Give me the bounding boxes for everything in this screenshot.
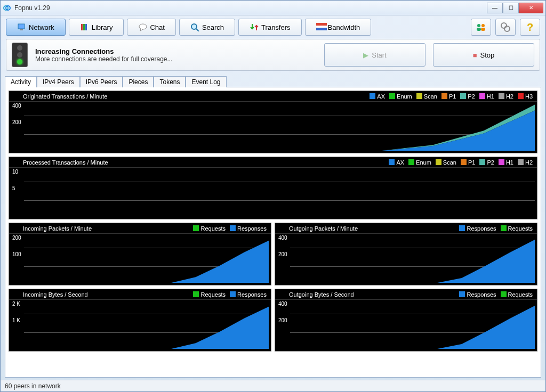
legend-swatch — [389, 93, 395, 99]
legend-swatch — [518, 159, 524, 165]
window-title: Fopnu v1.29 — [14, 4, 487, 12]
legend-item: AX — [389, 159, 404, 166]
tab-search[interactable]: Search — [179, 19, 235, 36]
svg-rect-16 — [481, 28, 485, 31]
legend-swatch — [460, 93, 466, 99]
status-text: Increasing Connections More connections … — [35, 47, 317, 63]
legend-label: Enum — [416, 159, 431, 166]
tab-chat[interactable]: Chat — [127, 19, 175, 36]
legend-swatch — [230, 225, 236, 231]
tab-label: Network — [29, 23, 54, 31]
legend-swatch — [408, 159, 414, 165]
titlebar: Fopnu v1.29 — ☐ ✕ — [1, 1, 545, 15]
legend-item: Enum — [389, 93, 412, 100]
chart-proc: Processed Transactions / MinuteAXEnumSca… — [9, 157, 537, 219]
svg-point-13 — [477, 24, 480, 27]
settings-button[interactable] — [495, 19, 516, 36]
svg-rect-4 — [81, 24, 83, 30]
users-button[interactable] — [471, 19, 491, 36]
tab-network[interactable]: Network — [6, 19, 66, 36]
chart-header: Originated Transactions / MinuteAXEnumSc… — [9, 91, 537, 102]
legend-swatch — [499, 93, 504, 99]
help-button[interactable]: ? — [520, 19, 540, 36]
tab-transfers[interactable]: Transfers — [238, 19, 301, 36]
ytick-label: 5 — [12, 185, 18, 191]
chart-title: Outgoing Bytes / Second — [279, 291, 459, 298]
legend-item: Scan — [416, 93, 437, 100]
chart-opk: Outgoing Packets / MinuteResponsesReques… — [275, 223, 537, 285]
window-controls: — ☐ ✕ — [487, 3, 543, 13]
legend-item: Requests — [501, 291, 533, 298]
subtab-activity[interactable]: Activity — [5, 76, 37, 87]
subtab-ipv4-peers[interactable]: IPv4 Peers — [37, 76, 80, 87]
statusbar-text: 60 peers in network — [5, 382, 61, 390]
legend-label: Requests — [508, 291, 533, 298]
tab-bandwidth[interactable]: Bandwidth — [305, 19, 372, 36]
legend-item: Responses — [459, 225, 496, 232]
legend-item: P1 — [441, 93, 456, 100]
subtab-event-log[interactable]: Event Log — [186, 76, 226, 87]
svg-rect-15 — [477, 28, 481, 31]
chart-title: Incoming Packets / Minute — [13, 225, 193, 232]
svg-point-8 — [191, 24, 197, 29]
plot-area — [25, 235, 269, 283]
subtab-pieces[interactable]: Pieces — [123, 76, 154, 87]
y-axis-labels: 200100 — [12, 235, 21, 257]
tab-label: Bandwidth — [328, 23, 360, 31]
svg-rect-5 — [83, 24, 85, 30]
legend-item: Enum — [408, 159, 431, 166]
ytick-label: 100 — [12, 251, 21, 257]
svg-line-9 — [196, 29, 199, 31]
close-button[interactable]: ✕ — [519, 3, 543, 13]
legend-swatch — [436, 159, 441, 165]
maximize-button[interactable]: ☐ — [503, 3, 519, 13]
legend-swatch — [501, 225, 507, 231]
chart-header: Processed Transactions / MinuteAXEnumSca… — [9, 157, 537, 168]
svg-marker-23 — [291, 240, 535, 283]
legend-item: P2 — [460, 93, 475, 100]
minimize-button[interactable]: — — [487, 3, 503, 13]
app-window: Fopnu v1.29 — ☐ ✕ NetworkLibraryChatSear… — [0, 0, 546, 392]
subtab-tokens[interactable]: Tokens — [154, 76, 186, 87]
chart-header: Outgoing Bytes / SecondResponsesRequests — [275, 289, 537, 300]
ytick-label: 2 K — [12, 301, 20, 307]
traffic-light-icon — [12, 43, 28, 67]
chart-obs: Outgoing Bytes / SecondResponsesRequests… — [275, 289, 537, 352]
svg-rect-2 — [18, 24, 25, 29]
chart-legend: ResponsesRequests — [459, 291, 533, 298]
legend-label: AX — [377, 93, 385, 100]
status-subtitle: More connections are needed for full cov… — [35, 55, 317, 63]
start-button[interactable]: ▶ Start — [324, 43, 425, 67]
svg-point-7 — [139, 24, 147, 29]
network-icon — [17, 23, 26, 31]
ytick-label: 400 — [278, 235, 287, 241]
stop-label: Stop — [480, 51, 495, 59]
legend-item: Responses — [230, 291, 267, 298]
legend-label: H2 — [506, 93, 513, 100]
legend-item: H2 — [499, 93, 513, 100]
y-axis-labels: 400200 — [278, 235, 287, 257]
library-icon — [80, 23, 89, 31]
svg-rect-11 — [316, 26, 327, 28]
svg-rect-6 — [85, 24, 87, 30]
legend-item: Responses — [230, 225, 267, 232]
tab-library[interactable]: Library — [69, 19, 124, 36]
svg-rect-10 — [316, 23, 327, 26]
tab-label: Transfers — [261, 23, 290, 31]
legend-item: H1 — [499, 159, 513, 166]
legend-swatch — [416, 93, 422, 99]
subtab-ipv6-peers[interactable]: IPv6 Peers — [80, 76, 123, 87]
legend-swatch — [479, 93, 485, 99]
legend-item: P1 — [461, 159, 475, 166]
start-label: Start — [372, 51, 386, 59]
legend-label: Scan — [443, 159, 456, 166]
stop-icon: ■ — [473, 51, 477, 59]
stop-button[interactable]: ■ Stop — [433, 43, 534, 67]
chat-icon — [138, 23, 147, 31]
legend-label: Enum — [397, 93, 412, 100]
legend-swatch — [459, 291, 465, 297]
legend-label: P1 — [449, 93, 456, 100]
ytick-label: 200 — [12, 235, 21, 241]
ytick-label: 200 — [12, 119, 21, 125]
y-axis-labels: 105 — [12, 169, 18, 191]
